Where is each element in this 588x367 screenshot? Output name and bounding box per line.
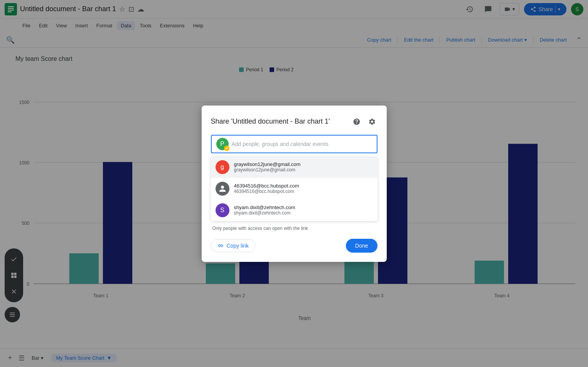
suggestion-email-hubspot: 46394516@bcc.hubspot.com bbox=[234, 189, 373, 194]
suggestion-avatar-s: S bbox=[216, 203, 229, 217]
suggestion-name-shyam: shyam.dixit@zehntech.com bbox=[234, 204, 373, 210]
suggestion-name-gray: graywilson12june@gmail.com bbox=[234, 161, 373, 167]
suggestions-dropdown: g graywilson12june@gmail.com graywilson1… bbox=[211, 156, 377, 221]
access-note: Only people with access can open with th… bbox=[211, 226, 377, 231]
suggestion-avatar-4 bbox=[216, 182, 229, 196]
share-user-avatar: P bbox=[216, 138, 229, 150]
suggestion-email-shyam: shyam.dixit@zehntech.com bbox=[234, 210, 373, 216]
suggestion-name-hubspot: 46394516@bcc.hubspot.com bbox=[234, 183, 373, 189]
suggestion-item-hubspot[interactable]: 46394516@bcc.hubspot.com 46394516@bcc.hu… bbox=[211, 178, 377, 199]
share-modal: Share 'Untitled document - Bar chart 1' … bbox=[202, 106, 387, 262]
suggestion-avatar-g: g bbox=[216, 160, 229, 174]
modal-footer: Copy link Done bbox=[211, 239, 377, 253]
share-people-input[interactable] bbox=[232, 141, 372, 147]
suggestion-info-gray: graywilson12june@gmail.com graywilson12j… bbox=[234, 161, 373, 173]
suggestion-item-shyam[interactable]: S shyam.dixit@zehntech.com shyam.dixit@z… bbox=[211, 199, 377, 221]
settings-icon-btn[interactable] bbox=[367, 116, 377, 127]
share-input-container[interactable]: P bbox=[211, 135, 377, 153]
avatar-check-icon bbox=[224, 146, 229, 151]
copy-link-btn[interactable]: Copy link bbox=[211, 239, 256, 252]
suggestion-info-shyam: shyam.dixit@zehntech.com shyam.dixit@zeh… bbox=[234, 204, 373, 216]
suggestion-info-hubspot: 46394516@bcc.hubspot.com 46394516@bcc.hu… bbox=[234, 183, 373, 194]
modal-title: Share 'Untitled document - Bar chart 1' bbox=[211, 117, 351, 126]
modal-header: Share 'Untitled document - Bar chart 1' bbox=[211, 116, 377, 127]
copy-link-label: Copy link bbox=[227, 243, 249, 249]
suggestion-email-gray: graywilson12june@gmail.com bbox=[234, 167, 373, 173]
done-btn[interactable]: Done bbox=[346, 239, 377, 253]
modal-header-icons bbox=[351, 116, 377, 127]
suggestion-item-gray[interactable]: g graywilson12june@gmail.com graywilson1… bbox=[211, 156, 377, 178]
help-icon-btn[interactable] bbox=[351, 116, 362, 127]
